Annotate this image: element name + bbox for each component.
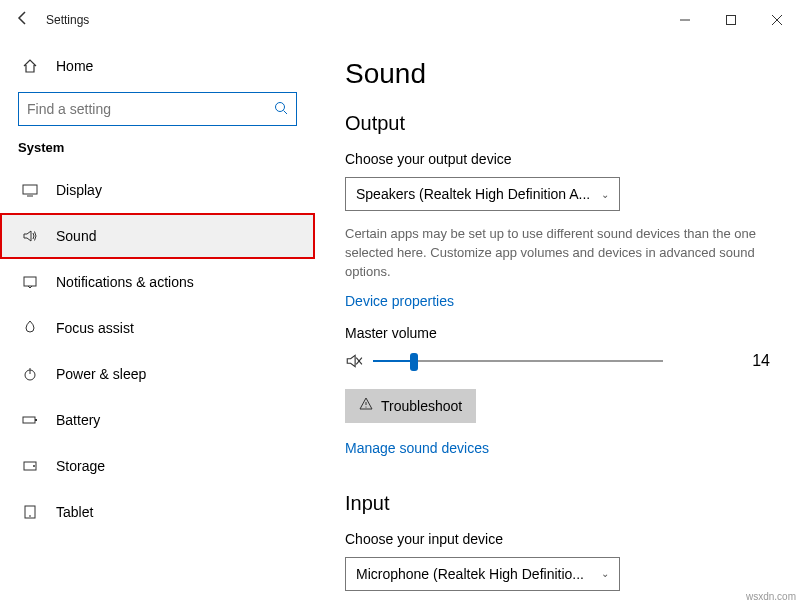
search-input[interactable] (27, 101, 274, 117)
input-choose-label: Choose your input device (345, 531, 770, 547)
output-help-text: Certain apps may be set up to use differ… (345, 225, 765, 282)
sound-icon (18, 228, 42, 244)
master-volume-label: Master volume (345, 325, 770, 341)
sidebar-item-label: Sound (56, 228, 96, 244)
sidebar-item-label: Notifications & actions (56, 274, 194, 290)
sidebar-item-label: Display (56, 182, 102, 198)
sidebar-item-label: Storage (56, 458, 105, 474)
chevron-down-icon: ⌄ (601, 568, 609, 579)
svg-point-4 (276, 102, 285, 111)
sidebar-item-label: Tablet (56, 504, 93, 520)
sidebar-section-label: System (0, 140, 315, 167)
title-bar: Settings (0, 0, 800, 40)
power-icon (18, 366, 42, 382)
svg-rect-8 (24, 277, 36, 286)
sidebar-item-label: Battery (56, 412, 100, 428)
troubleshoot-button[interactable]: Troubleshoot (345, 389, 476, 423)
sidebar-home-label: Home (56, 58, 93, 74)
svg-point-20 (365, 406, 366, 407)
sidebar-item-power-sleep[interactable]: Power & sleep (0, 351, 315, 397)
sidebar-item-label: Power & sleep (56, 366, 146, 382)
maximize-button[interactable] (708, 4, 754, 36)
svg-point-14 (33, 465, 35, 467)
warning-icon (359, 397, 373, 414)
page-title: Sound (345, 58, 770, 90)
sidebar-item-storage[interactable]: Storage (0, 443, 315, 489)
content-area: Sound Output Choose your output device S… (315, 40, 800, 604)
volume-value: 14 (712, 352, 770, 370)
volume-slider[interactable] (373, 351, 663, 371)
manage-sound-devices-link[interactable]: Manage sound devices (345, 440, 489, 456)
window-title: Settings (46, 13, 89, 27)
slider-fill (373, 360, 414, 362)
input-device-selected: Microphone (Realtek High Definitio... (356, 566, 584, 582)
focus-assist-icon (18, 320, 42, 336)
storage-icon (18, 458, 42, 474)
sidebar-item-sound[interactable]: Sound (0, 213, 315, 259)
input-heading: Input (345, 492, 770, 515)
output-device-dropdown[interactable]: Speakers (Realtek High Definition A... ⌄ (345, 177, 620, 211)
home-icon (18, 58, 42, 74)
output-heading: Output (345, 112, 770, 135)
sidebar-item-display[interactable]: Display (0, 167, 315, 213)
mute-icon[interactable] (345, 352, 363, 370)
svg-rect-1 (727, 16, 736, 25)
tablet-icon (18, 504, 42, 520)
svg-line-5 (284, 110, 288, 114)
display-icon (18, 182, 42, 198)
notifications-icon (18, 274, 42, 290)
back-button[interactable] (0, 10, 46, 30)
svg-rect-12 (35, 419, 37, 421)
sidebar: Home System Display Sound Notifications … (0, 40, 315, 604)
battery-icon (18, 412, 42, 428)
minimize-button[interactable] (662, 4, 708, 36)
slider-thumb[interactable] (410, 353, 418, 371)
sidebar-item-tablet[interactable]: Tablet (0, 489, 315, 535)
search-input-wrapper[interactable] (18, 92, 297, 126)
sidebar-item-battery[interactable]: Battery (0, 397, 315, 443)
input-device-dropdown[interactable]: Microphone (Realtek High Definitio... ⌄ (345, 557, 620, 591)
sidebar-item-focus-assist[interactable]: Focus assist (0, 305, 315, 351)
svg-rect-6 (23, 185, 37, 194)
chevron-down-icon: ⌄ (601, 189, 609, 200)
output-choose-label: Choose your output device (345, 151, 770, 167)
output-device-selected: Speakers (Realtek High Definition A... (356, 186, 590, 202)
troubleshoot-label: Troubleshoot (381, 398, 462, 414)
search-icon (274, 101, 288, 118)
sidebar-item-label: Focus assist (56, 320, 134, 336)
sidebar-item-home[interactable]: Home (0, 48, 315, 84)
watermark: wsxdn.com (746, 591, 796, 602)
device-properties-link[interactable]: Device properties (345, 293, 454, 309)
sidebar-item-notifications[interactable]: Notifications & actions (0, 259, 315, 305)
close-button[interactable] (754, 4, 800, 36)
svg-rect-11 (23, 417, 35, 423)
